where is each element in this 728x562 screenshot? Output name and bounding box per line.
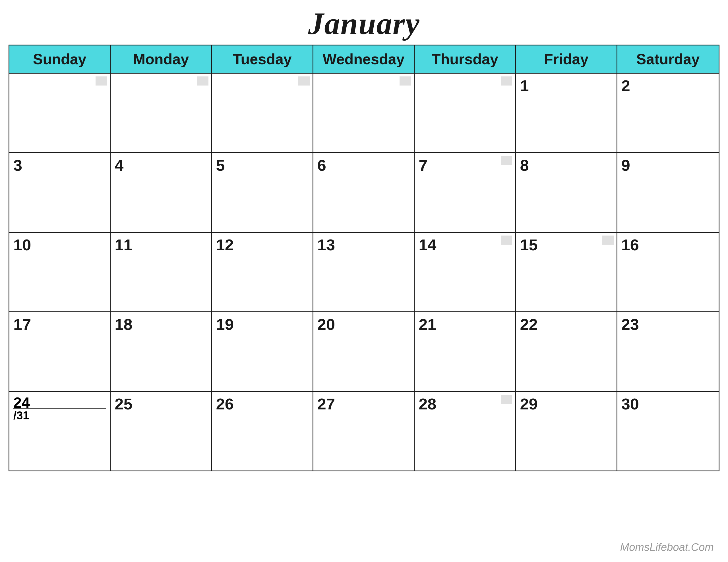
day-12: 12 [216,236,234,254]
cell-jan-6[interactable]: 6 [313,152,415,232]
cell-jan-13[interactable]: 13 [313,232,415,311]
day-2: 2 [621,77,630,95]
cell-w1-thu[interactable] [415,73,516,152]
cell-jan-12[interactable]: 12 [212,232,313,311]
header-sunday: Sunday [9,45,111,73]
day-11: 11 [115,236,132,254]
day-7: 7 [419,156,427,174]
day-26: 26 [216,395,234,413]
cell-w1-sun[interactable] [9,73,111,152]
day-21: 21 [419,315,436,333]
watermark: MomsLifeboat.Com [620,541,714,553]
day-18: 18 [115,315,132,333]
cell-jan-18[interactable]: 18 [111,311,212,391]
day-25: 25 [115,395,132,413]
cell-jan-19[interactable]: 19 [212,311,313,391]
day-16: 16 [621,236,639,254]
cell-jan-24-31[interactable]: 24 /31 [9,391,111,470]
day-14: 14 [419,236,436,254]
cell-jan-4[interactable]: 4 [111,152,212,232]
cell-jan-21[interactable]: 21 [415,311,516,391]
day-20: 20 [317,315,335,333]
cell-jan-10[interactable]: 10 [9,232,111,311]
day-29: 29 [520,395,537,413]
cell-jan-17[interactable]: 17 [9,311,111,391]
cell-w1-wed[interactable] [313,73,415,152]
day-1: 1 [520,77,529,95]
header-tuesday: Tuesday [212,45,313,73]
day-19: 19 [216,315,234,333]
cell-jan-22[interactable]: 22 [516,311,617,391]
cell-jan-23[interactable]: 23 [617,311,719,391]
cell-jan-14[interactable]: 14 [415,232,516,311]
day-24-31: 24 /31 [13,395,106,422]
header-monday: Monday [111,45,212,73]
day-23: 23 [621,315,639,333]
day-27: 27 [317,395,335,413]
header-wednesday: Wednesday [313,45,415,73]
day-4: 4 [115,156,123,174]
header-friday: Friday [516,45,617,73]
month-title: January [308,6,420,42]
cell-jan-25[interactable]: 25 [111,391,212,470]
day-28: 28 [419,395,436,413]
cell-jan-16[interactable]: 16 [617,232,719,311]
day-9: 9 [621,156,630,174]
cell-jan-26[interactable]: 26 [212,391,313,470]
cell-jan-28[interactable]: 28 [415,391,516,470]
day-6: 6 [317,156,326,174]
cell-jan-15[interactable]: 15 [516,232,617,311]
day-15: 15 [520,236,537,254]
day-10: 10 [13,236,31,254]
day-30: 30 [621,395,639,413]
cell-w1-tue[interactable] [212,73,313,152]
cell-jan-30[interactable]: 30 [617,391,719,470]
cell-jan-2[interactable]: 2 [617,73,719,152]
calendar: Sunday Monday Tuesday Wednesday Thursday… [9,45,719,471]
cell-jan-8[interactable]: 8 [516,152,617,232]
cell-jan-29[interactable]: 29 [516,391,617,470]
header-thursday: Thursday [415,45,516,73]
cell-jan-7[interactable]: 7 [415,152,516,232]
day-8: 8 [520,156,529,174]
day-22: 22 [520,315,537,333]
day-3: 3 [13,156,22,174]
cell-jan-5[interactable]: 5 [212,152,313,232]
cell-jan-1[interactable]: 1 [516,73,617,152]
cell-jan-3[interactable]: 3 [9,152,111,232]
day-13: 13 [317,236,335,254]
calendar-grid: 1 2 3 4 5 6 7 8 9 10 [9,73,719,470]
day-17: 17 [13,315,31,333]
cell-jan-11[interactable]: 11 [111,232,212,311]
calendar-header: Sunday Monday Tuesday Wednesday Thursday… [9,45,719,73]
header-saturday: Saturday [617,45,719,73]
cell-jan-27[interactable]: 27 [313,391,415,470]
cell-w1-mon[interactable] [111,73,212,152]
cell-jan-9[interactable]: 9 [617,152,719,232]
day-5: 5 [216,156,225,174]
cell-jan-20[interactable]: 20 [313,311,415,391]
